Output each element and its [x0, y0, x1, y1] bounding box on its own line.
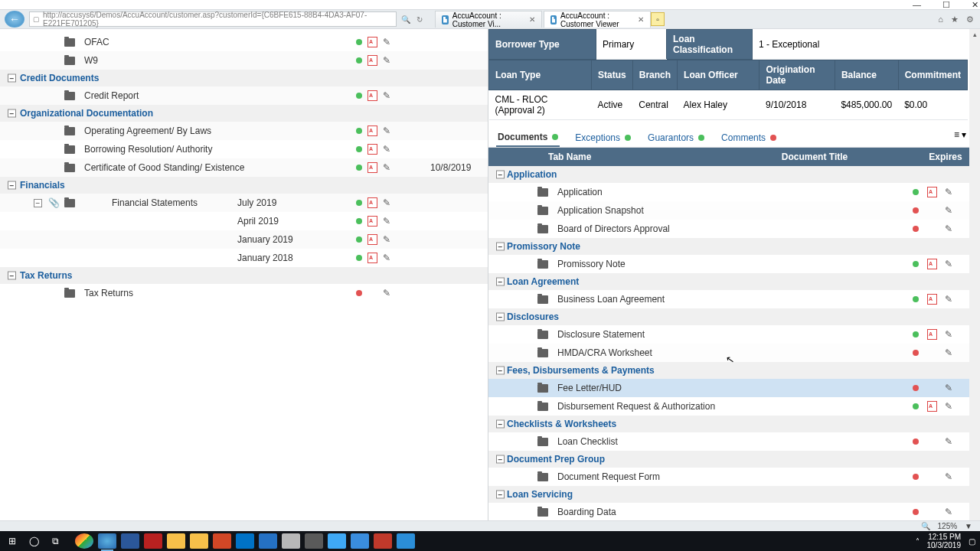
taskbar-chrome[interactable] [75, 533, 93, 549]
pdf-icon[interactable] [368, 144, 377, 155]
doc-row[interactable]: Promissory Note [488, 255, 980, 273]
task-view-button[interactable]: ⧉ [47, 533, 63, 549]
collapse-toggle-icon[interactable]: − [496, 278, 505, 286]
search-icon[interactable]: 🔍 [401, 15, 410, 24]
doc-row[interactable]: HMDA/CRA Worksheet [488, 344, 980, 362]
taskbar-app[interactable] [305, 533, 323, 549]
taskbar-skype[interactable] [328, 533, 346, 549]
edit-icon[interactable] [945, 205, 952, 216]
taskbar-record[interactable] [374, 533, 392, 549]
pdf-icon[interactable] [368, 253, 377, 263]
start-button[interactable]: ⊞ [5, 533, 20, 549]
doc-row[interactable]: Certificate of Good Standing/ Existence1… [0, 158, 488, 177]
edit-icon[interactable] [383, 55, 390, 66]
doc-row[interactable]: Disclosure Statement [488, 325, 980, 344]
pdf-icon[interactable] [368, 90, 377, 101]
edit-icon[interactable] [945, 401, 952, 412]
collapse-toggle-icon[interactable]: − [496, 420, 505, 429]
doc-row[interactable]: Boarding Data [488, 503, 980, 521]
taskbar-explorer[interactable] [190, 533, 208, 549]
window-minimize[interactable]: — [913, 0, 921, 9]
doc-row[interactable]: W9 [0, 51, 488, 70]
pdf-icon[interactable] [368, 234, 377, 245]
section-header[interactable]: −Financials [0, 177, 488, 194]
doc-row[interactable]: OFAC [0, 33, 488, 51]
collapse-toggle-icon[interactable]: − [496, 455, 505, 464]
edit-icon[interactable] [945, 187, 952, 197]
taskbar-outlook[interactable] [236, 533, 254, 549]
taskbar-powerpoint[interactable] [213, 533, 231, 549]
edit-icon[interactable] [945, 347, 952, 358]
taskbar-chat[interactable] [397, 533, 415, 549]
edit-icon[interactable] [945, 294, 952, 305]
pdf-icon[interactable] [927, 401, 937, 412]
edit-icon[interactable] [383, 288, 390, 298]
collapse-toggle-icon[interactable]: − [8, 109, 16, 118]
edit-icon[interactable] [945, 259, 952, 269]
doc-row[interactable]: January 2019 [0, 230, 488, 249]
doc-row[interactable]: −📎Financial StatementsJuly 2019 [0, 194, 488, 212]
edit-icon[interactable] [383, 144, 390, 155]
pdf-icon[interactable] [368, 162, 377, 173]
edit-icon[interactable] [383, 216, 390, 227]
group-header[interactable]: −Application [488, 166, 980, 183]
collapse-toggle-icon[interactable]: − [8, 272, 16, 280]
doc-row[interactable]: Document Request Form [488, 468, 980, 486]
doc-row[interactable]: Tax Returns [0, 284, 488, 302]
doc-row[interactable]: Disbursement Request & Authorization [488, 397, 980, 416]
collapse-toggle-icon[interactable]: − [8, 74, 16, 83]
favorites-icon[interactable]: ★ [951, 15, 959, 24]
home-icon[interactable]: ⌂ [938, 15, 943, 24]
doc-row[interactable]: Borrowing Resolution/ Authority [0, 140, 488, 158]
zoom-icon[interactable]: 🔍 [921, 522, 930, 530]
group-header[interactable]: −Loan Servicing [488, 486, 980, 503]
taskbar-word[interactable] [121, 533, 139, 549]
doc-row[interactable]: Fee Letter/HUD [488, 379, 980, 397]
window-maximize[interactable]: ☐ [942, 0, 950, 10]
edit-icon[interactable] [383, 197, 390, 208]
doc-row[interactable]: April 2019 [0, 212, 488, 230]
doc-row[interactable]: Application [488, 183, 980, 201]
doc-row[interactable]: Application Snapshot [488, 201, 980, 220]
pdf-icon[interactable] [368, 126, 377, 136]
subtab-documents[interactable]: Documents [496, 129, 560, 147]
group-header[interactable]: −Fees, Disbursements & Payments [488, 362, 980, 379]
edit-icon[interactable] [945, 223, 952, 234]
tray-up-icon[interactable]: ˄ [916, 537, 920, 546]
browser-back-button[interactable] [5, 11, 24, 28]
scroll-up-icon[interactable]: ▴ [969, 29, 980, 40]
edit-icon[interactable] [945, 329, 952, 340]
right-scrollbar[interactable]: ▴ ▾ [969, 29, 980, 531]
edit-icon[interactable] [383, 253, 390, 263]
subtab-exceptions[interactable]: Exceptions [573, 129, 632, 146]
new-tab-button[interactable]: ▫ [651, 12, 665, 26]
section-header[interactable]: −Organizational Documentation [0, 105, 488, 122]
section-header[interactable]: −Credit Documents [0, 70, 488, 86]
edit-icon[interactable] [945, 507, 952, 517]
doc-row[interactable]: January 2018 [0, 249, 488, 267]
doc-row[interactable]: Credit Report [0, 86, 488, 105]
edit-icon[interactable] [383, 126, 390, 136]
doc-row[interactable]: Business Loan Agreement [488, 290, 980, 308]
taskbar-photos[interactable] [167, 533, 185, 549]
edit-icon[interactable] [383, 162, 390, 173]
group-header[interactable]: −Disclosures [488, 308, 980, 325]
search-button[interactable]: ◯ [26, 533, 41, 549]
notifications-icon[interactable]: ▢ [969, 537, 975, 546]
edit-icon[interactable] [945, 383, 952, 393]
edit-icon[interactable] [945, 471, 952, 482]
subtab-comments[interactable]: Comments [720, 129, 778, 146]
collapse-toggle-icon[interactable]: − [496, 171, 505, 179]
collapse-toggle-icon[interactable]: − [8, 181, 16, 190]
tools-icon[interactable]: ⚙ [966, 15, 974, 24]
group-header[interactable]: −Checklists & Worksheets [488, 416, 980, 432]
doc-row[interactable]: Board of Directors Approval [488, 220, 980, 238]
pdf-icon[interactable] [368, 216, 377, 227]
pdf-icon[interactable] [368, 197, 377, 208]
collapse-toggle-icon[interactable]: − [496, 313, 505, 321]
address-bar[interactable]: http://accusys6/Demos/AccuAccount/custom… [29, 11, 397, 27]
pdf-icon[interactable] [927, 187, 937, 197]
edit-icon[interactable] [383, 37, 390, 47]
edit-icon[interactable] [383, 234, 390, 245]
pdf-icon[interactable] [368, 37, 377, 47]
